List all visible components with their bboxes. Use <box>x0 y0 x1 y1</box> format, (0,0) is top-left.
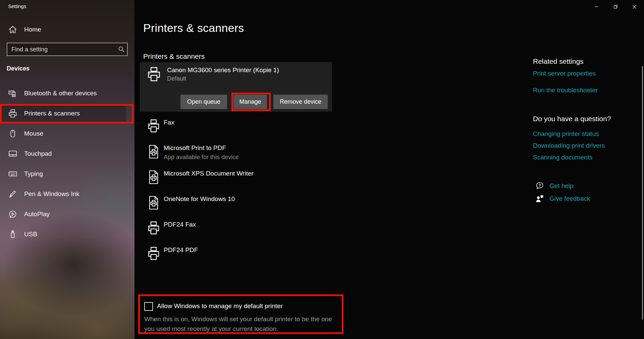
pen-icon <box>8 190 17 198</box>
manage-button[interactable]: Manage <box>233 95 267 109</box>
sidebar-item-label: USB <box>24 231 37 238</box>
sidebar-item-typing[interactable]: Typing <box>0 166 126 182</box>
printer-icon <box>148 221 160 235</box>
sidebar-item-autoplay[interactable]: AutoPlay <box>0 206 126 222</box>
sidebar-item-usb[interactable]: USB <box>0 226 126 242</box>
downloading-print-drivers-link[interactable]: Downloading print drivers <box>533 142 605 149</box>
minimize-button[interactable] <box>587 0 606 13</box>
sidebar-section-header: Devices <box>7 65 30 72</box>
printer-name: Microsoft XPS Document Writer <box>164 170 254 178</box>
sidebar-item-label: Printers & scanners <box>24 110 80 117</box>
printer-icon <box>147 67 161 82</box>
printer-icon <box>148 119 160 133</box>
search-icon[interactable] <box>116 46 127 53</box>
changing-printer-status-link[interactable]: Changing printer status <box>533 130 599 138</box>
document-printer-icon <box>148 170 160 184</box>
document-printer-icon <box>148 196 160 210</box>
sidebar-item-touchpad[interactable]: Touchpad <box>0 146 126 162</box>
vertical-scrollbar[interactable] <box>642 66 643 320</box>
keyboard-icon <box>8 170 17 178</box>
give-feedback-link[interactable]: Give feedback <box>549 195 590 202</box>
selected-printer-card[interactable]: Canon MG3600 series Printer (Kopie 1) De… <box>140 62 332 112</box>
printer-name: OneNote for Windows 10 <box>164 195 235 203</box>
get-help-icon: ? <box>535 181 544 191</box>
printers-section-header: Printers & scanners <box>143 52 205 60</box>
printer-actions: Open queue Manage Remove device <box>180 95 328 109</box>
give-feedback-icon <box>535 194 544 203</box>
mouse-icon <box>8 129 17 138</box>
touchpad-icon <box>8 149 17 158</box>
sidebar-item-label: Pen & Windows Ink <box>24 190 79 198</box>
printer-list-item[interactable]: Microsoft Print to PDF App available for… <box>148 144 239 161</box>
printer-name: Fax <box>164 118 174 127</box>
sidebar-item-home[interactable]: Home <box>0 21 126 38</box>
home-icon <box>8 25 17 34</box>
sidebar-item-bluetooth[interactable]: Bluetooth & other devices <box>0 85 126 101</box>
close-button[interactable] <box>625 0 644 13</box>
printer-status: Default <box>167 75 186 82</box>
sidebar-item-pen-windows-ink[interactable]: Pen & Windows Ink <box>0 186 126 202</box>
remove-device-button[interactable]: Remove device <box>273 95 328 109</box>
get-help-link[interactable]: Get help <box>549 182 574 190</box>
print-server-properties-link[interactable]: Print server properties <box>533 70 596 77</box>
search-input[interactable] <box>7 46 116 53</box>
usb-icon <box>8 230 17 239</box>
sidebar-item-label: Mouse <box>24 130 43 137</box>
printer-name: PDF24 Fax <box>164 221 196 229</box>
page-title: Printers & scanners <box>143 21 244 35</box>
give-feedback-row[interactable]: Give feedback <box>535 194 590 203</box>
restore-button[interactable] <box>606 0 625 13</box>
sidebar-item-label: Bluetooth & other devices <box>24 90 97 97</box>
default-printer-checkbox[interactable] <box>144 302 153 311</box>
printer-name: Microsoft Print to PDF <box>164 144 239 152</box>
window-title: Settings <box>8 3 26 9</box>
open-queue-button[interactable]: Open queue <box>180 95 227 109</box>
printer-list-item[interactable]: PDF24 Fax <box>148 221 196 235</box>
default-printer-description: When this is on, Windows will set your d… <box>144 314 334 334</box>
related-settings-header: Related settings <box>533 57 584 65</box>
question-header: Do you have a question? <box>533 115 611 123</box>
printer-list-item[interactable]: Microsoft XPS Document Writer <box>148 170 254 184</box>
sidebar-item-printers-scanners[interactable]: Printers & scanners <box>0 105 126 122</box>
printer-list-item[interactable]: OneNote for Windows 10 <box>148 195 235 210</box>
scanning-documents-link[interactable]: Scanning documents <box>533 154 592 161</box>
sidebar-item-mouse[interactable]: Mouse <box>0 126 126 142</box>
svg-text:?: ? <box>539 183 541 187</box>
sidebar-item-label: Typing <box>24 170 43 178</box>
printer-name: Canon MG3600 series Printer (Kopie 1) <box>167 66 279 74</box>
run-troubleshooter-link[interactable]: Run the troubleshooter <box>533 87 598 94</box>
printer-list-item[interactable]: PDF24 PDF <box>148 246 198 261</box>
default-printer-label[interactable]: Allow Windows to manage my default print… <box>157 302 283 310</box>
printer-icon <box>148 247 160 261</box>
window-controls <box>587 0 644 13</box>
devices-icon <box>8 89 17 98</box>
printer-icon <box>8 109 17 118</box>
sidebar-item-label: Home <box>24 26 41 33</box>
sidebar-item-label: AutoPlay <box>24 210 50 218</box>
autoplay-icon <box>8 210 17 219</box>
printer-list-item[interactable]: Fax <box>148 118 174 133</box>
document-printer-icon <box>148 145 160 159</box>
settings-sidebar: Settings Home Devices Bluetooth & other … <box>0 0 135 339</box>
sidebar-item-label: Touchpad <box>24 150 52 157</box>
printer-name: PDF24 PDF <box>164 246 198 254</box>
search-box <box>7 43 128 56</box>
printer-subtitle: App available for this device <box>164 154 239 161</box>
get-help-row[interactable]: ? Get help <box>535 181 574 191</box>
